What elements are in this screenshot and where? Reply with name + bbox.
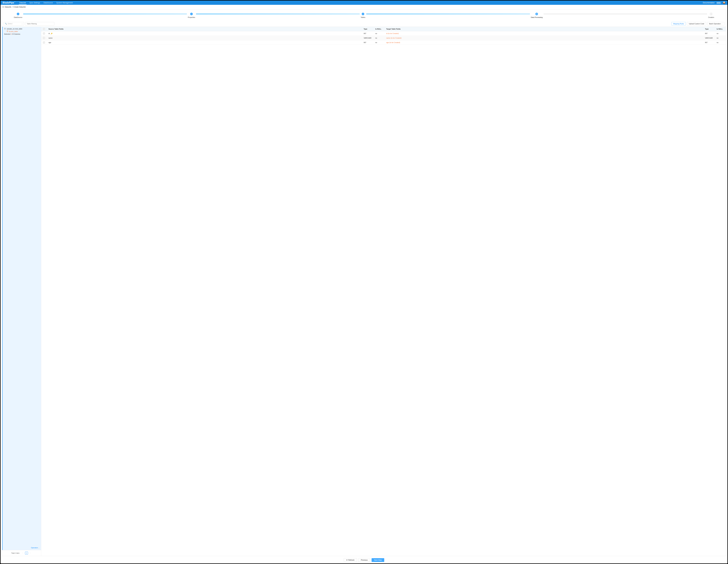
step-creation: 5 Creation — [708, 13, 714, 18]
breadcrumb: DataJob / Create DataJob — [1, 5, 727, 9]
target-field: age (to be Created) — [386, 42, 400, 43]
step-properties: Properties — [188, 13, 195, 18]
fields-tbody: id🔑 INT no id (to be Created) INT no nam… — [41, 31, 726, 45]
brand-logo: BladePipe® — [3, 1, 15, 5]
step-data-processing: 4 Data Processing — [531, 13, 543, 18]
source-type: INT — [362, 40, 374, 45]
target-null: no — [715, 40, 726, 45]
row-checkbox[interactable] — [43, 41, 45, 44]
source-field: name — [47, 36, 362, 40]
side-pagination: Total 1 item 〈 1 〉 — [2, 550, 41, 556]
nav-sync-settings[interactable]: Sync Settings — [28, 1, 42, 5]
source-null: no — [374, 40, 385, 45]
step-5-icon: 5 — [710, 13, 712, 15]
pager-page-1[interactable]: 1 — [25, 552, 28, 555]
source-null: no — [374, 31, 385, 36]
target-table-row: lly.test_table — [7, 30, 40, 32]
wizard-footer: ⟳Refresh Previous Next Step — [2, 556, 726, 563]
upload-custom-code-button[interactable]: Upload Custom Code — [687, 22, 706, 25]
pager-next[interactable]: 〉 — [29, 552, 32, 554]
row-checkbox[interactable] — [43, 37, 45, 39]
chevron-down-icon: ⌄ — [38, 547, 40, 549]
breadcrumb-separator: / — [12, 6, 13, 8]
target-null: no — [715, 36, 726, 40]
wizard-steps: DataSource Properties Tables 4 Data Proc… — [2, 9, 726, 21]
source-type: VARCHAR — [362, 36, 374, 40]
th-is-null: Is NULL — [374, 27, 385, 31]
source-table-name: sample_src.test_table — [7, 28, 22, 30]
table-filter-field[interactable] — [26, 23, 44, 25]
step-bar-2 — [196, 14, 360, 14]
breadcrumb-current: Create DataJob — [13, 6, 26, 8]
fields-table: Source Table Fields Type Is NULL Target … — [41, 27, 726, 45]
selected-columns-label: Selected 3 /3 Columns — [4, 33, 40, 35]
brand-reg: ® — [14, 1, 15, 2]
pager-prev[interactable]: 〈 — [21, 552, 24, 554]
source-table-row: sample_src.test_table — [4, 28, 40, 30]
source-field: age — [47, 40, 362, 45]
table-row: age INT no age (to be Created) INT no — [41, 40, 726, 45]
target-field: name (to be Created) — [386, 37, 402, 39]
header-checkbox[interactable] — [43, 28, 45, 30]
chevron-down-icon: ⌄ — [22, 23, 23, 24]
table-card[interactable]: sample_src.test_table lly.test_table Sel… — [2, 27, 41, 550]
svg-point-0 — [4, 28, 6, 29]
avatar-icon[interactable] — [723, 1, 725, 4]
th-is-null-2: Is NULL — [715, 27, 726, 31]
target-type: INT — [703, 31, 715, 36]
nav-datajob[interactable]: DataJob — [18, 1, 28, 5]
nav-datasource[interactable]: DataSource — [42, 1, 54, 5]
next-step-button[interactable]: Next Step — [372, 558, 384, 562]
previous-button[interactable]: Previous — [358, 558, 370, 562]
table-row: name VARCHAR no name (to be Created) VAR… — [41, 36, 726, 40]
target-table-name: lly.test_table — [9, 31, 18, 32]
documentation-link[interactable]: Documentation — [703, 2, 715, 4]
search-icon: 🔍 — [5, 23, 7, 25]
th-source-fields: Source Table Fields — [47, 27, 362, 31]
fields-table-wrap: Source Table Fields Type Is NULL Target … — [41, 27, 726, 556]
source-field: id — [48, 33, 50, 34]
step-1-icon — [17, 13, 19, 15]
target-null: no — [715, 31, 726, 36]
source-type: INT — [362, 31, 374, 36]
toolbar: 🔍Select ⌄ Mapping Rules Upload Custom Co… — [2, 21, 726, 27]
brand-name: BladePipe — [3, 1, 14, 4]
topbar-right: Documentation ▮▮▮▮ — [703, 1, 725, 5]
step-3-icon — [362, 13, 364, 15]
target-type: INT — [703, 40, 715, 45]
tables-side-panel: sample_src.test_table lly.test_table Sel… — [2, 27, 41, 556]
breadcrumb-marker-icon — [3, 6, 3, 8]
mapping-rules-button[interactable]: Mapping Rules — [671, 22, 686, 25]
refresh-button[interactable]: ⟳Refresh — [344, 558, 357, 562]
step-tables: Tables — [361, 13, 365, 18]
table-row: id🔑 INT no id (to be Created) INT no — [41, 31, 726, 36]
step-bar-4 — [544, 14, 707, 14]
target-type: VARCHAR — [703, 36, 715, 40]
row-checkbox[interactable] — [43, 32, 45, 35]
source-null: no — [374, 36, 385, 40]
chevron-down-icon: ⌄ — [721, 23, 722, 24]
select-dropdown[interactable]: 🔍Select ⌄ — [4, 22, 24, 25]
primary-key-icon: 🔑 — [51, 33, 52, 34]
main-nav: DataJob Sync Settings DataSource System … — [18, 1, 75, 5]
th-target-fields: Target Table Fields — [385, 27, 703, 31]
table-icon — [7, 30, 8, 32]
database-icon — [4, 28, 6, 30]
table-filter-input[interactable] — [25, 22, 54, 25]
step-bar-1 — [23, 14, 187, 14]
th-type: Type — [362, 27, 374, 31]
operation-dropdown[interactable]: Operation ⌄ — [31, 547, 40, 549]
batch-operation-dropdown[interactable]: Batch Operation⌄ — [707, 22, 725, 25]
svg-rect-1 — [7, 31, 8, 32]
target-field: id (to be Created) — [386, 33, 399, 34]
user-name-blurred: ▮▮▮▮ — [717, 2, 721, 4]
th-type-2: Type — [703, 27, 715, 31]
nav-system-management[interactable]: System Management — [55, 1, 75, 5]
step-bar-3 — [366, 14, 530, 14]
step-4-icon: 4 — [535, 13, 538, 15]
breadcrumb-root[interactable]: DataJob — [5, 6, 11, 8]
step-datasource: DataSource — [14, 13, 22, 18]
top-bar: BladePipe® DataJob Sync Settings DataSou… — [1, 1, 727, 5]
step-2-icon — [190, 13, 193, 15]
refresh-icon: ⟳ — [346, 559, 348, 561]
